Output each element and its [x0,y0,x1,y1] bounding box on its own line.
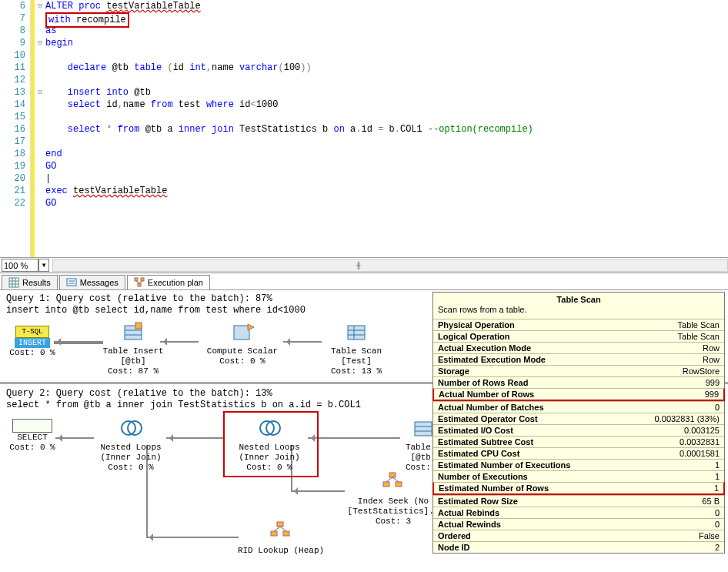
tooltip-row: Actual Execution ModeRow [433,342,724,353]
op-index-seek[interactable]: Index Seek (No[TestStatistics].[Cost: 3 [343,471,443,527]
horizontal-scrollbar[interactable]: ╫ [52,259,728,272]
operator-tooltip: Table Scan Scan rows from a table. Physi… [432,292,725,554]
results-tabstrip: Results Messages Execution plan [0,273,728,290]
svg-line-34 [392,477,399,482]
tooltip-row: Estimated Number of Executions1 [433,459,724,470]
op-table-scan-test[interactable]: Table Scan[Test]Cost: 13 % [322,321,391,376]
tooltip-row: Actual Number of Batches0 [433,401,724,413]
svg-rect-17 [234,326,249,340]
tooltip-title: Table Scan [433,293,724,305]
plan-icon [134,277,145,288]
zoom-bar: ▾ ╫ [0,258,728,273]
grid-icon [8,277,19,288]
tab-execution-plan[interactable]: Execution plan [127,275,210,289]
svg-rect-5 [67,279,76,286]
svg-rect-9 [141,278,144,281]
tsql-icon: T-SQL [15,326,49,338]
svg-rect-10 [138,283,141,286]
tooltip-row: Actual Number of Rows999 [432,388,725,401]
tooltip-row: Estimated Number of Rows1 [432,482,725,495]
rid-lookup-icon [269,520,292,544]
svg-rect-31 [383,482,389,487]
tooltip-row: Estimated Subtree Cost0.0032831 [433,436,724,447]
op-nested-loops-1[interactable]: Nested Loops(Inner Join)Cost: 0 % [92,417,169,473]
table-scan-icon [412,417,435,440]
tooltip-row: Number of Executions1 [433,470,724,482]
code-editor[interactable]: 6789 10111213 14151617 18192021 22 ⊟⊟ ⊟ … [0,0,728,258]
svg-rect-27 [415,422,432,436]
tooltip-row: Estimated Row Size65 B [433,495,724,507]
select-icon [12,419,52,433]
tooltip-row: Physical OperationTable Scan [433,319,724,330]
svg-rect-37 [283,531,289,536]
tooltip-row: Node ID2 [433,541,724,553]
svg-rect-36 [271,531,277,536]
tab-messages[interactable]: Messages [59,275,125,289]
tooltip-description: Scan rows from a table. [433,305,724,319]
svg-rect-8 [135,278,138,281]
insert-root-label: INSERT [15,338,50,348]
execution-plan-pane[interactable]: Query 1: Query cost (relative to the bat… [0,290,728,571]
op-select-root[interactable]: SELECTCost: 0 % [9,419,55,453]
table-scan-icon [345,321,368,344]
highlight-nested-loops [223,411,319,477]
op-compute-scalar[interactable]: Compute ScalarCost: 0 % [200,321,285,366]
op-table-insert[interactable]: Table Insert[@tb]Cost: 87 % [99,321,168,376]
svg-line-33 [386,477,392,482]
tooltip-row: Actual Rewinds0 [433,518,724,530]
zoom-input[interactable] [2,259,38,272]
tooltip-row: Number of Rows Read999 [433,376,724,388]
svg-line-38 [274,527,280,531]
tooltip-row: Estimated CPU Cost0.0001581 [433,447,724,459]
svg-rect-0 [9,278,18,287]
svg-rect-35 [277,522,283,527]
nested-loops-icon [119,417,142,440]
tooltip-row: Logical OperationTable Scan [433,330,724,342]
tooltip-row: Estimated Execution ModeRow [433,353,724,365]
svg-rect-19 [348,326,365,340]
tooltip-row: StorageRowStore [433,365,724,376]
svg-line-39 [280,527,286,531]
svg-rect-30 [389,473,396,477]
op-rid-lookup[interactable]: RID Lookup (Heap) [231,520,331,556]
line-number-gutter: 6789 10111213 14151617 18192021 22 [0,0,31,257]
svg-rect-16 [135,323,142,329]
tooltip-row: OrderedFalse [433,530,724,541]
svg-rect-32 [396,482,402,487]
tooltip-row: Actual Rebinds0 [433,507,724,518]
index-seek-icon [382,471,405,494]
zoom-dropdown-icon[interactable]: ▾ [38,259,49,272]
tooltip-row: Estimated Operator Cost0.0032831 (33%) [433,413,724,424]
compute-scalar-icon [231,321,254,344]
tab-results[interactable]: Results [2,275,58,289]
fold-gutter[interactable]: ⊟⊟ ⊟ [35,0,45,257]
table-insert-icon [122,321,145,344]
code-content[interactable]: ALTER proc testVariableTable with recomp… [45,0,728,257]
tooltip-row: Estimated I/O Cost0.003125 [433,424,724,436]
highlight-with-recompile: with recompile [45,12,129,28]
message-icon [66,277,77,288]
svg-marker-18 [248,324,254,330]
